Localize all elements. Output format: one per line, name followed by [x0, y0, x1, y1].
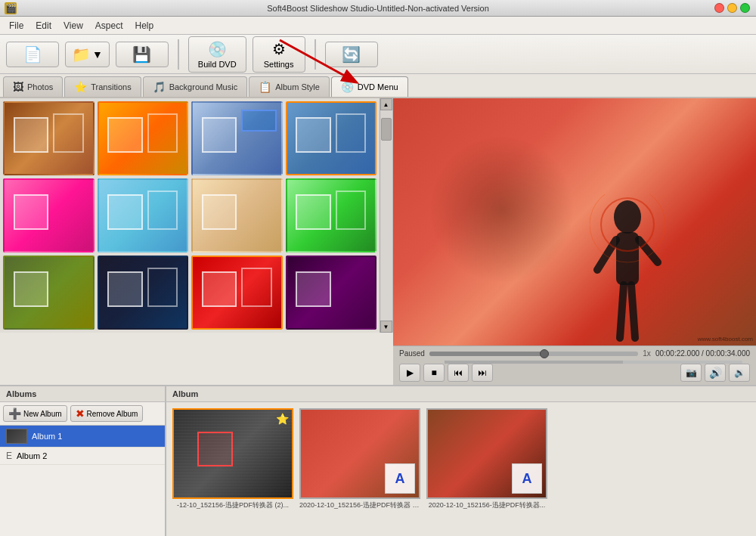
strip-thumbnail[interactable]: A	[299, 408, 420, 499]
volume-up-button[interactable]: 🔉	[729, 364, 750, 382]
menu-aspect[interactable]: Aspect	[89, 19, 129, 33]
settings-icon: ⚙	[272, 40, 286, 58]
menu-view[interactable]: View	[57, 19, 89, 33]
tab-transitions[interactable]: ⭐ Transitions	[64, 76, 141, 97]
template-item[interactable]	[286, 256, 377, 330]
dvd-menu-tab-icon: 💿	[341, 81, 354, 93]
template-item[interactable]	[191, 101, 283, 175]
seek-track[interactable]	[445, 361, 742, 364]
save-icon: 💾	[132, 45, 151, 64]
template-item[interactable]	[191, 178, 283, 253]
settings-label: Settings	[264, 60, 294, 69]
progress-track[interactable]	[429, 352, 638, 356]
speed-label: 1x	[643, 349, 651, 358]
template-frame2	[53, 113, 84, 153]
volume-up-icon: 🔉	[734, 367, 745, 378]
album-content-header: Album	[166, 386, 756, 402]
preview-silhouette	[590, 194, 665, 345]
strip-thumbnail[interactable]: ⭐	[172, 408, 293, 499]
template-item[interactable]	[3, 101, 94, 175]
save-button[interactable]: 💾	[116, 42, 169, 67]
strip-label: 2020-12-10_152156-迅捷PDF转换器 (2)_?...	[299, 500, 420, 510]
music-tab-icon: 🎵	[153, 81, 166, 93]
menu-bar: File Edit View Aspect Help	[0, 17, 756, 35]
menu-file[interactable]: File	[3, 19, 29, 33]
strip-thumbnail[interactable]: A	[426, 408, 547, 499]
scroll-down-button[interactable]: ▼	[380, 321, 392, 333]
menu-edit[interactable]: Edit	[29, 19, 57, 33]
settings-button[interactable]: ⚙ Settings	[253, 36, 305, 73]
template-frame2	[147, 268, 178, 307]
scroll-up-button[interactable]: ▲	[380, 98, 392, 110]
svg-point-2	[614, 200, 641, 234]
refresh-button[interactable]: 🔄	[325, 42, 378, 67]
play-button[interactable]: ▶	[399, 364, 420, 382]
svg-line-4	[597, 240, 616, 270]
dvd-icon: 💿	[208, 40, 227, 58]
build-dvd-label: Build DVD	[198, 60, 237, 69]
close-button[interactable]	[714, 3, 724, 13]
strip-item: ⭐ -12-10_152156-迅捷PDF转换器 (2)...	[172, 408, 293, 510]
seek-fill	[445, 361, 623, 364]
tab-background-music[interactable]: 🎵 Background Music	[143, 76, 248, 97]
photo-overlay	[174, 410, 292, 497]
template-item[interactable]	[98, 256, 189, 330]
template-frame	[107, 271, 143, 307]
album-item[interactable]: Album 1	[0, 426, 165, 448]
template-item[interactable]	[98, 101, 189, 175]
mute-button[interactable]: 🔊	[705, 364, 726, 382]
new-button[interactable]: 📄	[6, 42, 59, 67]
template-frame	[202, 271, 237, 307]
toolbar-separator-2	[314, 39, 316, 70]
tab-dvd-menu[interactable]: 💿 DVD Menu	[331, 76, 408, 97]
template-item[interactable]	[3, 178, 94, 253]
remove-album-button[interactable]: ✖ Remove Album	[70, 405, 144, 422]
background-music-tab-label: Background Music	[169, 82, 238, 91]
screenshot-button[interactable]: 📷	[680, 364, 702, 382]
next-button[interactable]: ⏭	[472, 364, 493, 382]
menu-help[interactable]: Help	[129, 19, 160, 33]
time-current: 00:00:22.000	[655, 349, 699, 358]
preview-pane: www.soft4boost.com Paused 1x 00:00:22.00…	[393, 98, 756, 385]
template-frame	[296, 117, 331, 153]
preview-video: www.soft4boost.com	[393, 98, 756, 345]
template-item[interactable]	[286, 178, 377, 253]
new-album-label: New Album	[23, 410, 62, 418]
template-item[interactable]	[191, 256, 283, 330]
strip-label: -12-10_152156-迅捷PDF转换器 (2)...	[177, 500, 289, 510]
tab-photos[interactable]: 🖼 Photos	[3, 76, 63, 97]
bottom-area: Albums ➕ New Album ✖ Remove Album Album …	[0, 385, 756, 536]
open-button[interactable]: 📁 ▼	[65, 42, 110, 67]
controls-row: ▶ ■ ⏮ ⏭ 📷 🔊 🔉	[399, 364, 750, 382]
template-item[interactable]	[286, 101, 377, 175]
status-label: Paused	[399, 349, 425, 358]
title-bar: 🎬 Soft4Boost Slideshow Studio-Untitled-N…	[0, 0, 756, 17]
progress-thumb[interactable]	[540, 349, 549, 358]
seek-row	[399, 361, 750, 364]
minimize-button[interactable]	[727, 3, 737, 13]
template-frame	[107, 194, 143, 230]
album-thumbnail	[6, 429, 27, 444]
strip-item: A 2020-12-10_152156-迅捷PDF转换器...	[426, 408, 547, 510]
tab-album-style[interactable]: 📋 Album Style	[249, 76, 330, 97]
template-frame	[202, 117, 237, 153]
template-item[interactable]	[3, 256, 94, 330]
new-album-button[interactable]: ➕ New Album	[3, 405, 67, 422]
open-icon: 📁	[72, 45, 91, 64]
dropdown-arrow-icon: ▼	[92, 48, 103, 60]
grid-scrollbar[interactable]: ▲ ▼	[380, 98, 392, 333]
build-dvd-button[interactable]: 💿 Build DVD	[188, 36, 246, 73]
toolbar: 📄 📁 ▼ 💾 💿 Build DVD ⚙ Settings 🔄	[0, 35, 756, 74]
dvd-menu-tab-label: DVD Menu	[358, 82, 398, 91]
albums-panel: Albums ➕ New Album ✖ Remove Album Album …	[0, 386, 166, 536]
prev-button[interactable]: ⏮	[448, 364, 469, 382]
scroll-thumb[interactable]	[381, 118, 392, 141]
transition-icon: A	[512, 463, 542, 494]
template-item[interactable]	[98, 178, 189, 253]
screenshot-icon: 📷	[686, 367, 697, 378]
album-item[interactable]: E Album 2	[0, 448, 165, 465]
maximize-button[interactable]	[740, 3, 750, 13]
photos-tab-label: Photos	[27, 82, 53, 91]
album-content: Album ⭐ -12-10_152156-迅捷PDF转换器 (2)... A …	[166, 386, 756, 536]
stop-button[interactable]: ■	[423, 364, 445, 382]
